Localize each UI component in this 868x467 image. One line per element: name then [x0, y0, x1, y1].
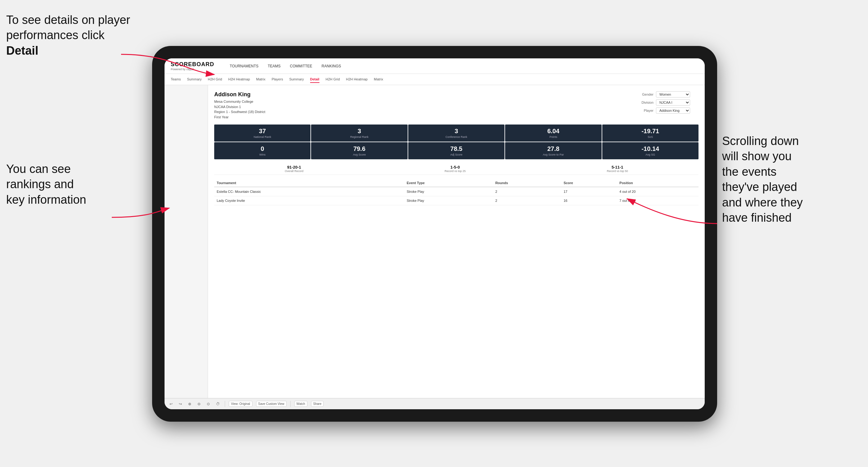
annotation-detail-bold: Detail [6, 44, 38, 57]
player-label: Player [637, 109, 653, 113]
annotation-r2: will show you [722, 150, 792, 163]
position-1: 4 out of 20 [617, 187, 699, 196]
timer-icon[interactable]: ⏱ [215, 401, 221, 407]
stat-wins: 0 Wins [214, 142, 310, 159]
tournament-name-1: Estella CC- Mountain Classic [214, 187, 404, 196]
score-1: 17 [561, 187, 617, 196]
annotation-bl2: rankings and [6, 178, 74, 191]
main-content: Addison King Mesa Community College NJCA… [164, 85, 705, 398]
watch-button[interactable]: Watch [294, 401, 307, 407]
stat-sos-label: SoS [604, 135, 696, 138]
record-overall: 91-20-1 Overall Record [285, 165, 303, 173]
player-select[interactable]: Addison King [656, 107, 690, 114]
gender-label: Gender [637, 93, 653, 96]
nav-teams[interactable]: TEAMS [268, 63, 280, 69]
stat-avg-score-value: 79.6 [313, 145, 405, 152]
gender-control: Gender Women Men [637, 91, 699, 97]
stat-conference-rank: 3 Conference Rank [408, 125, 504, 142]
bottom-toolbar: ↩ ↪ ⊕ ⊖ ⊙ ⏱ View: Original Save Custom V… [164, 398, 705, 409]
record-top25-value: 1-5-0 [444, 165, 466, 169]
event-type-1: Stroke Play [404, 187, 493, 196]
content-area: Addison King Mesa Community College NJCA… [208, 85, 705, 398]
player-header: Addison King Mesa Community College NJCA… [214, 91, 699, 120]
save-custom-view-button[interactable]: Save Custom View [256, 401, 286, 407]
player-region: Region 1 - Southwest (18) District [214, 109, 265, 115]
sub-nav: Teams Summary H2H Grid H2H Heatmap Matri… [164, 74, 705, 85]
tournament-table: Tournament Event Type Rounds Score Posit… [214, 179, 699, 205]
tab-players[interactable]: Players [272, 76, 283, 83]
rounds-2: 2 [493, 196, 561, 205]
logo-title: SCOREBOARD [171, 61, 214, 68]
undo-icon[interactable]: ↩ [168, 401, 174, 407]
record-top50-value: 5-11-1 [607, 165, 628, 169]
stat-avg-sg-label: Avg SG [604, 153, 696, 156]
tab-h2h-heatmap2[interactable]: H2H Heatmap [346, 76, 368, 83]
stat-regional-rank-value: 3 [313, 128, 405, 135]
stat-points: 6.04 Points [505, 125, 601, 142]
division-select[interactable]: NJCAA I NJCAA II [656, 99, 690, 105]
tab-summary2[interactable]: Summary [289, 76, 304, 83]
share-button[interactable]: Share [311, 401, 324, 407]
player-control: Player Addison King [637, 107, 699, 114]
nav-committee[interactable]: COMMITTEE [290, 63, 312, 69]
table-row[interactable]: Lady Coyote Invite Stroke Play 2 16 7 ou… [214, 196, 699, 205]
toolbar-divider [225, 401, 225, 407]
stat-national-rank-value: 37 [216, 128, 309, 135]
record-top25-label: Record vs top 25 [444, 169, 466, 173]
annotation-right: Scrolling down will show you the events … [722, 133, 859, 225]
stat-points-value: 6.04 [507, 128, 599, 135]
player-controls: Gender Women Men Division NJCAA I [637, 91, 699, 120]
stat-wins-value: 0 [216, 145, 309, 152]
annotation-r1: Scrolling down [722, 134, 799, 148]
fit-icon[interactable]: ⊙ [206, 401, 211, 407]
redo-icon[interactable]: ↪ [178, 401, 183, 407]
table-row[interactable]: Estella CC- Mountain Classic Stroke Play… [214, 187, 699, 196]
top-nav: SCOREBOARD Powered by clippd TOURNAMENTS… [164, 58, 705, 74]
stat-conference-rank-value: 3 [410, 128, 503, 135]
tab-h2h-heatmap[interactable]: H2H Heatmap [228, 76, 250, 83]
division-control: Division NJCAA I NJCAA II [637, 99, 699, 105]
division-label: Division [637, 101, 653, 104]
tablet-screen: SCOREBOARD Powered by clippd TOURNAMENTS… [164, 58, 705, 409]
zoom-in-icon[interactable]: ⊕ [187, 401, 192, 407]
tab-summary[interactable]: Summary [187, 76, 202, 83]
stat-conference-rank-label: Conference Rank [410, 135, 503, 138]
stat-national-rank-label: National Rank [216, 135, 309, 138]
tab-h2h-grid[interactable]: H2H Grid [208, 76, 222, 83]
stat-avg-sg-value: -10.14 [604, 145, 696, 152]
tab-matrix[interactable]: Matrix [256, 76, 266, 83]
stat-adj-score-label: Adj Score [410, 153, 503, 156]
stat-sos: -19.71 SoS [602, 125, 699, 142]
tab-h2h-grid2[interactable]: H2H Grid [326, 76, 340, 83]
record-top50-label: Record vs top 50 [607, 169, 628, 173]
annotation-bottom-left: You can see rankings and key information [6, 161, 124, 208]
annotation-r4: they've played [722, 180, 797, 193]
stat-regional-rank-label: Regional Rank [313, 135, 405, 138]
nav-rankings[interactable]: RANKINGS [321, 63, 341, 69]
position-2: 7 out of 20 [617, 196, 699, 205]
stat-avg-score-par: 27.8 Avg Score to Par [505, 142, 601, 159]
stat-national-rank: 37 National Rank [214, 125, 310, 142]
stat-avg-score-label: Avg Score [313, 153, 405, 156]
tab-detail[interactable]: Detail [310, 76, 319, 83]
stat-adj-score-value: 78.5 [410, 145, 503, 152]
stat-points-label: Points [507, 135, 599, 138]
stat-sos-value: -19.71 [604, 128, 696, 135]
stat-avg-score-par-label: Avg Score to Par [507, 153, 599, 156]
nav-tournaments[interactable]: TOURNAMENTS [230, 63, 258, 69]
stat-regional-rank: 3 Regional Rank [311, 125, 407, 142]
tablet: SCOREBOARD Powered by clippd TOURNAMENTS… [152, 46, 717, 422]
zoom-out-icon[interactable]: ⊖ [196, 401, 202, 407]
tab-matrix2[interactable]: Matrix [374, 76, 383, 83]
annotation-top-left: To see details on player performances cl… [6, 12, 136, 58]
col-rounds: Rounds [493, 179, 561, 187]
col-score: Score [561, 179, 617, 187]
gender-select[interactable]: Women Men [656, 91, 690, 97]
annotation-r5: and where they [722, 196, 803, 209]
view-original-button[interactable]: View: Original [229, 401, 252, 407]
annotation-bl1: You can see [6, 162, 71, 176]
toolbar-divider2 [290, 401, 290, 407]
player-info: Addison King Mesa Community College NJCA… [214, 91, 265, 120]
tab-teams[interactable]: Teams [171, 76, 181, 83]
stat-avg-score: 79.6 Avg Score [311, 142, 407, 159]
